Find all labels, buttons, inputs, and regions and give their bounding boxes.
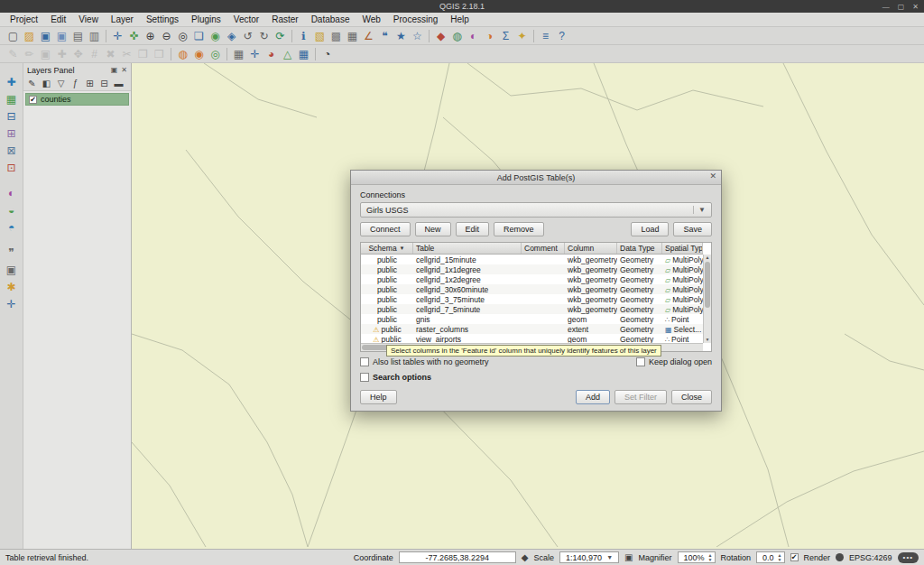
connection-select[interactable]: Girls USGS ▼ [360, 202, 712, 218]
log-messages-icon[interactable]: ••• [898, 552, 919, 563]
no-geometry-checkbox[interactable] [360, 357, 369, 366]
menu-processing[interactable]: Processing [387, 14, 444, 24]
delete-selected-icon[interactable]: ✖ [103, 46, 118, 61]
menu-project[interactable]: Project [4, 14, 44, 24]
pan-to-selection-icon[interactable]: ✜ [126, 28, 142, 43]
composer-manager-icon[interactable]: ▥ [87, 28, 102, 43]
georeferencer-icon[interactable]: ✛ [247, 46, 263, 61]
help-contents-icon[interactable]: ? [554, 28, 569, 43]
search-options-checkbox[interactable] [360, 373, 369, 382]
filter-by-expression-icon[interactable]: ƒ [69, 78, 82, 90]
new-print-composer-icon[interactable]: ▤ [70, 28, 86, 43]
pg-table-row[interactable]: publiccellgrid_30x60minutewkb_geometryGe… [361, 284, 703, 294]
postgis-table-list[interactable]: Schema▼TableCommentColumnData TypeSpatia… [360, 242, 712, 352]
zoom-next-icon[interactable]: ↻ [256, 28, 272, 43]
cut-features-icon[interactable]: ✂ [119, 46, 134, 61]
add-delimited-text-layer-icon[interactable]: ❞ [4, 245, 20, 260]
panel-options-icon[interactable]: ▣ [111, 66, 118, 74]
collapse-all-icon[interactable]: ⊟ [97, 78, 111, 90]
keep-dialog-open-checkbox[interactable] [636, 357, 645, 366]
pan-map-icon[interactable]: ✛ [110, 28, 125, 43]
add-wfs-layer-icon[interactable]: ◓ [4, 219, 20, 235]
extents-toggle-icon[interactable]: ◆ [522, 552, 529, 562]
menu-vector[interactable]: Vector [227, 14, 265, 24]
osm-import-icon[interactable]: ◎ [208, 46, 223, 61]
select-features-icon[interactable]: ▧ [312, 28, 328, 43]
remove-connection-button[interactable]: Remove [494, 222, 544, 236]
dialog-close-icon[interactable]: ✕ [709, 171, 716, 181]
spin-down-icon[interactable]: ▼ [708, 558, 713, 562]
load-button[interactable]: Load [631, 222, 669, 236]
add-wms-layer-icon[interactable]: ◐ [4, 185, 20, 200]
label-toolbar-icon[interactable]: ✦ [514, 28, 530, 43]
rotation-spinner[interactable]: 0.0▲▼ [756, 551, 784, 563]
zoom-full-icon[interactable]: ❏ [191, 28, 207, 43]
add-mssql-layer-icon[interactable]: ⊠ [4, 143, 20, 158]
coordinate-input[interactable]: -77.2685,38.2294 [399, 551, 516, 563]
add-spatialite-layer-icon[interactable]: ⊞ [4, 125, 20, 141]
remove-layer-icon[interactable]: ▬ [112, 78, 125, 90]
node-tool-icon[interactable]: # [87, 46, 102, 61]
column-header-data-type[interactable]: Data Type [617, 243, 662, 254]
column-header-comment[interactable]: Comment [522, 243, 565, 254]
add-vector-layer-icon[interactable]: ✚ [4, 74, 20, 89]
add-button[interactable]: Add [576, 390, 610, 404]
new-bookmark-icon[interactable]: ★ [393, 28, 409, 43]
python-console-icon[interactable]: ≡ [538, 28, 553, 43]
edit-connection-button[interactable]: Edit [456, 222, 490, 236]
new-shapefile-layer-icon[interactable]: ✱ [4, 279, 20, 294]
add-raster-layer-icon[interactable]: ▦ [4, 91, 20, 107]
coordinate-capture-icon[interactable]: ✛ [4, 296, 20, 311]
add-database-layer-icon[interactable]: ◍ [449, 28, 465, 43]
pg-table-row[interactable]: publiccellgrid_1x2degreewkb_geometryGeom… [361, 274, 703, 284]
deselect-features-icon[interactable]: ▩ [328, 28, 344, 43]
column-header-spatial-type[interactable]: Spatial Type [662, 243, 703, 254]
save-project-icon[interactable]: ▣ [38, 28, 53, 43]
zoom-to-selection-icon[interactable]: ◉ [208, 28, 223, 43]
dialog-title-bar[interactable]: Add PostGIS Table(s) ✕ [351, 171, 721, 185]
heatmap-plugin-icon[interactable]: ◕ [263, 46, 279, 61]
menu-layer[interactable]: Layer [105, 14, 140, 24]
open-project-icon[interactable]: ▨ [22, 28, 37, 43]
statistical-summary-icon[interactable]: Σ [498, 28, 513, 43]
new-project-icon[interactable]: ▢ [5, 28, 21, 43]
layer-item-counties[interactable]: ✔ counties [25, 93, 129, 106]
copy-features-icon[interactable]: ❐ [135, 46, 151, 61]
scroll-up-icon[interactable]: ▲ [704, 255, 711, 261]
save-project-as-icon[interactable]: ▣ [54, 28, 69, 43]
minimize-icon[interactable]: — [882, 3, 890, 11]
map-tips-icon[interactable]: ❝ [377, 28, 393, 43]
help-button[interactable]: Help [360, 390, 397, 404]
column-header-schema[interactable]: Schema▼ [361, 243, 413, 254]
interpolation-plugin-icon[interactable]: △ [280, 46, 295, 61]
layer-styling-icon[interactable]: ✎ [25, 78, 39, 90]
table-header[interactable]: Schema▼TableCommentColumnData TypeSpatia… [361, 243, 703, 255]
scrollbar-thumb[interactable] [705, 262, 710, 308]
zoom-native-icon[interactable]: ◎ [175, 28, 190, 43]
search-binoculars-icon[interactable]: ◔ [319, 46, 335, 61]
maximize-icon[interactable]: ▢ [898, 3, 905, 11]
add-feature-icon[interactable]: ✚ [54, 46, 69, 61]
osm-place-search-icon[interactable]: ◑ [482, 28, 497, 43]
new-connection-button[interactable]: New [415, 222, 451, 236]
zoom-out-icon[interactable]: ⊖ [159, 28, 174, 43]
zoom-to-layer-icon[interactable]: ◈ [224, 28, 239, 43]
zoom-in-icon[interactable]: ⊕ [143, 28, 158, 43]
scale-select[interactable]: 1:140,970▼ [559, 551, 619, 563]
render-checkbox[interactable]: ✔ [790, 553, 799, 561]
identify-features-icon[interactable]: ℹ [296, 28, 311, 43]
osm-load-icon[interactable]: ◍ [175, 46, 190, 61]
show-bookmarks-icon[interactable]: ☆ [410, 28, 425, 43]
column-header-table[interactable]: Table [413, 243, 522, 254]
add-ogr-layer-icon[interactable]: ◆ [433, 28, 448, 43]
save-layer-edits-icon[interactable]: ▣ [38, 46, 53, 61]
measure-line-icon[interactable]: ∠ [361, 28, 376, 43]
menu-raster[interactable]: Raster [265, 14, 304, 24]
add-virtual-layer-icon[interactable]: ▣ [4, 262, 20, 277]
menu-edit[interactable]: Edit [44, 14, 72, 24]
filter-legend-icon[interactable]: ▽ [54, 78, 68, 90]
raster-calculator-icon[interactable]: ▦ [231, 46, 246, 61]
pg-table-row[interactable]: ⚠publicraster_columnsextentGeometry▦Sele… [361, 324, 703, 334]
pg-table-row[interactable]: publiccellgrid_1x1degreewkb_geometryGeom… [361, 264, 703, 274]
open-attribute-table-icon[interactable]: ▦ [345, 28, 360, 43]
